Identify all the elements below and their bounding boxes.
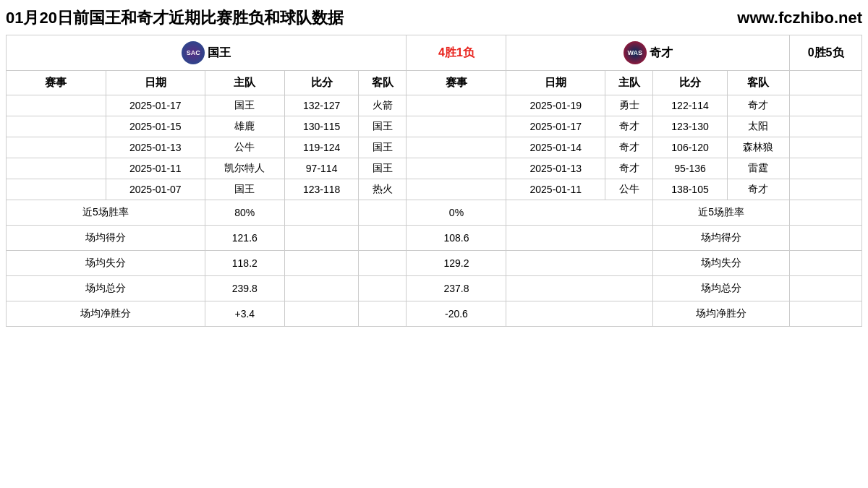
right-game-date: 2025-01-17 [506,116,605,137]
game-row: NBA常规赛 2025-01-11 凯尔特人 97-114 国王 NBA常规赛 … [7,158,862,179]
col-header-extra [790,71,862,95]
stat-row: 近5场胜率 80% 0% 近5场胜率 [7,200,862,226]
col-header-away-right: 客队 [727,71,789,95]
page-title: 01月20日前国王和奇才近期比赛胜负和球队数据 [6,7,344,29]
stat-rows-body: 近5场胜率 80% 0% 近5场胜率 场均得分 121.6 108.6 场均得分… [7,200,862,327]
left-team-header: SAC 国王 [7,35,407,71]
left-game-type: NBA常规赛 [7,95,106,116]
right-team-logo: WAS [624,41,647,64]
stat-row: 场均总分 239.8 237.8 场均总分 [7,276,862,301]
stat-spacer [790,200,862,226]
stat-label-right: 场均净胜分 [653,301,790,327]
col-header-score-right: 比分 [653,71,727,95]
right-game-score: 138-105 [653,179,727,200]
left-game-date: 2025-01-07 [106,179,205,200]
website-url: www.fczhibo.net [737,9,862,27]
row-spacer [790,95,862,116]
stat-val-left: 80% [205,200,284,226]
stat-row: 场均失分 118.2 129.2 场均失分 [7,251,862,276]
stat-val-mid-left [284,200,358,226]
col-header-row: 赛事 日期 主队 比分 客队 赛事 日期 主队 比分 客队 [7,71,862,95]
stat-val-left: 118.2 [205,251,284,276]
right-game-type: NBA常规赛 [407,95,506,116]
stat-val-mid-left [284,301,358,327]
left-record-badge: 4胜1负 [438,46,475,59]
right-record-badge: 0胜5负 [808,46,844,59]
right-game-home: 勇士 [605,95,653,116]
right-game-away: 太阳 [727,116,789,137]
team-header-row: SAC 国王 4胜1负 WAS 奇才 0胜5负 [7,35,862,71]
right-game-date: 2025-01-11 [506,179,605,200]
col-header-date-right: 日期 [506,71,605,95]
right-game-type: NBA常规赛 [407,116,506,137]
left-game-home: 雄鹿 [205,116,284,137]
right-game-date: 2025-01-19 [506,95,605,116]
col-header-home-left: 主队 [205,71,284,95]
stat-spacer [790,276,862,301]
left-game-date: 2025-01-15 [106,116,205,137]
row-spacer [790,158,862,179]
left-game-type: NBA常规赛 [7,137,106,158]
right-game-score: 95-136 [653,158,727,179]
left-game-score: 132-127 [284,95,358,116]
left-game-date: 2025-01-11 [106,158,205,179]
stat-val-right-mid: 237.8 [407,276,506,301]
game-row: NBA常规赛 2025-01-15 雄鹿 130-115 国王 NBA常规赛 2… [7,116,862,137]
col-header-home-right: 主队 [605,71,653,95]
game-row: NBA常规赛 2025-01-07 国王 123-118 热火 NBA常规赛 2… [7,179,862,200]
col-header-game-right: 赛事 [407,71,506,95]
col-header-away-left: 客队 [359,71,407,95]
left-game-type: NBA常规赛 [7,179,106,200]
left-game-type: NBA常规赛 [7,158,106,179]
stat-label-right: 场均总分 [653,276,790,301]
right-game-score: 122-114 [653,95,727,116]
stat-spacer [790,301,862,327]
col-header-score-left: 比分 [284,71,358,95]
right-team-header: WAS 奇才 [506,35,790,71]
stat-val-right [506,301,653,327]
stat-label-left: 场均总分 [7,276,205,301]
game-rows-body: NBA常规赛 2025-01-17 国王 132-127 火箭 NBA常规赛 2… [7,95,862,200]
stat-val-right-mid: -20.6 [407,301,506,327]
right-game-home: 奇才 [605,158,653,179]
stat-val-right [506,276,653,301]
stat-val-left: 239.8 [205,276,284,301]
right-team-record: 0胜5负 [790,35,862,71]
right-game-type: NBA常规赛 [407,179,506,200]
left-game-date: 2025-01-13 [106,137,205,158]
stat-label-left: 场均净胜分 [7,301,205,327]
stat-val-right-mid: 108.6 [407,226,506,251]
stat-row: 场均净胜分 +3.4 -20.6 场均净胜分 [7,301,862,327]
row-spacer [790,116,862,137]
stat-val-right [506,226,653,251]
left-game-score: 123-118 [284,179,358,200]
stat-label-right: 近5场胜率 [653,200,790,226]
right-game-score: 123-130 [653,116,727,137]
stat-label-left: 近5场胜率 [7,200,205,226]
stat-label-right: 场均失分 [653,251,790,276]
left-game-away: 国王 [359,137,407,158]
right-game-home: 奇才 [605,116,653,137]
row-spacer [790,179,862,200]
left-team-logo: SAC [182,41,205,64]
left-game-away: 国王 [359,158,407,179]
col-header-date-left: 日期 [106,71,205,95]
right-game-away: 森林狼 [727,137,789,158]
right-game-home: 奇才 [605,137,653,158]
stat-label-left: 场均失分 [7,251,205,276]
left-game-score: 119-124 [284,137,358,158]
left-game-home: 国王 [205,95,284,116]
right-game-type: NBA常规赛 [407,137,506,158]
stat-val-mid-left [284,251,358,276]
game-row: NBA常规赛 2025-01-17 国王 132-127 火箭 NBA常规赛 2… [7,95,862,116]
stat-val-mid-right [359,200,407,226]
stat-val-right [506,251,653,276]
main-table: SAC 国王 4胜1负 WAS 奇才 0胜5负 赛事 日期 主队 比分 [6,35,862,327]
stat-label-right: 场均得分 [653,226,790,251]
stat-row: 场均得分 121.6 108.6 场均得分 [7,226,862,251]
left-team-record: 4胜1负 [407,35,506,71]
left-game-home: 公牛 [205,137,284,158]
right-game-away: 奇才 [727,95,789,116]
right-game-away: 奇才 [727,179,789,200]
game-row: NBA常规赛 2025-01-13 公牛 119-124 国王 NBA常规赛 2… [7,137,862,158]
